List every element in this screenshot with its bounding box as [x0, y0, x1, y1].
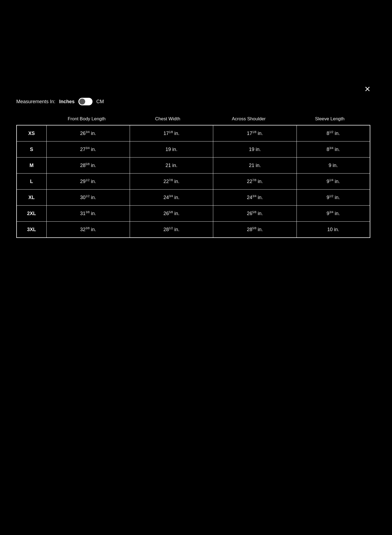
- inches-label: Inches: [59, 99, 75, 105]
- across-shoulder-cell: 243/4 in.: [213, 190, 297, 206]
- chest-width-cell: 281/2 in.: [130, 222, 213, 238]
- unit-toggle[interactable]: [78, 98, 93, 105]
- front-body-length-cell: 273/4 in.: [46, 141, 130, 158]
- front-body-length-cell: 313/8 in.: [46, 206, 130, 222]
- modal-content: Measurements In: Inches CM Front Body Le…: [16, 98, 370, 238]
- across-shoulder-cell: 265/8 in.: [213, 206, 297, 222]
- across-shoulder-cell: 171/8 in.: [213, 125, 297, 141]
- size-label: S: [17, 141, 46, 158]
- size-table: XS263/4 in.171/8 in.171/8 in.81/2 in.S27…: [16, 125, 370, 238]
- cm-label: CM: [96, 99, 104, 105]
- across-shoulder-cell: 21 in.: [213, 158, 297, 174]
- chest-width-cell: 243/4 in.: [130, 190, 213, 206]
- size-label: XL: [17, 190, 46, 206]
- table-row: 2XL313/8 in.265/8 in.265/8 in.93/4 in.: [17, 206, 370, 222]
- header-sleeve-length: Sleeve Length: [289, 116, 370, 125]
- front-body-length-cell: 285/8 in.: [46, 158, 130, 174]
- chest-width-cell: 227/8 in.: [130, 174, 213, 190]
- header-across-shoulder: Across Shoulder: [208, 116, 289, 125]
- sleeve-length-cell: 83/4 in.: [297, 141, 370, 158]
- front-body-length-cell: 263/4 in.: [46, 125, 130, 141]
- size-label: 3XL: [17, 222, 46, 238]
- chest-width-cell: 19 in.: [130, 141, 213, 158]
- table-row: XS263/4 in.171/8 in.171/8 in.81/2 in.: [17, 125, 370, 141]
- header-chest-width: Chest Width: [127, 116, 208, 125]
- across-shoulder-cell: 227/8 in.: [213, 174, 297, 190]
- size-label: XS: [17, 125, 46, 141]
- front-body-length-cell: 301/2 in.: [46, 190, 130, 206]
- close-button[interactable]: ×: [365, 84, 370, 94]
- table-row: M285/8 in.21 in.21 in.9 in.: [17, 158, 370, 174]
- chest-width-cell: 265/8 in.: [130, 206, 213, 222]
- size-table-wrapper: Front Body Length Chest Width Across Sho…: [16, 116, 370, 238]
- size-label: 2XL: [17, 206, 46, 222]
- size-label: L: [17, 174, 46, 190]
- table-row: XL301/2 in.243/4 in.243/4 in.91/2 in.: [17, 190, 370, 206]
- front-body-length-cell: 323/8 in.: [46, 222, 130, 238]
- table-headers: Front Body Length Chest Width Across Sho…: [16, 116, 370, 125]
- measurements-toggle: Measurements In: Inches CM: [16, 98, 370, 105]
- size-label: M: [17, 158, 46, 174]
- chest-width-cell: 171/8 in.: [130, 125, 213, 141]
- chest-width-cell: 21 in.: [130, 158, 213, 174]
- table-row: S273/4 in.19 in.19 in.83/4 in.: [17, 141, 370, 158]
- table-row: L291/2 in.227/8 in.227/8 in.91/4 in.: [17, 174, 370, 190]
- header-front-body-length: Front Body Length: [46, 116, 127, 125]
- sleeve-length-cell: 93/4 in.: [297, 206, 370, 222]
- sleeve-length-cell: 91/4 in.: [297, 174, 370, 190]
- sleeve-length-cell: 10 in.: [297, 222, 370, 238]
- header-size: [16, 116, 46, 125]
- measurements-in-label: Measurements In:: [16, 99, 55, 105]
- sleeve-length-cell: 81/2 in.: [297, 125, 370, 141]
- front-body-length-cell: 291/2 in.: [46, 174, 130, 190]
- table-row: 3XL323/8 in.281/2 in.285/8 in.10 in.: [17, 222, 370, 238]
- sleeve-length-cell: 9 in.: [297, 158, 370, 174]
- sleeve-length-cell: 91/2 in.: [297, 190, 370, 206]
- across-shoulder-cell: 19 in.: [213, 141, 297, 158]
- across-shoulder-cell: 285/8 in.: [213, 222, 297, 238]
